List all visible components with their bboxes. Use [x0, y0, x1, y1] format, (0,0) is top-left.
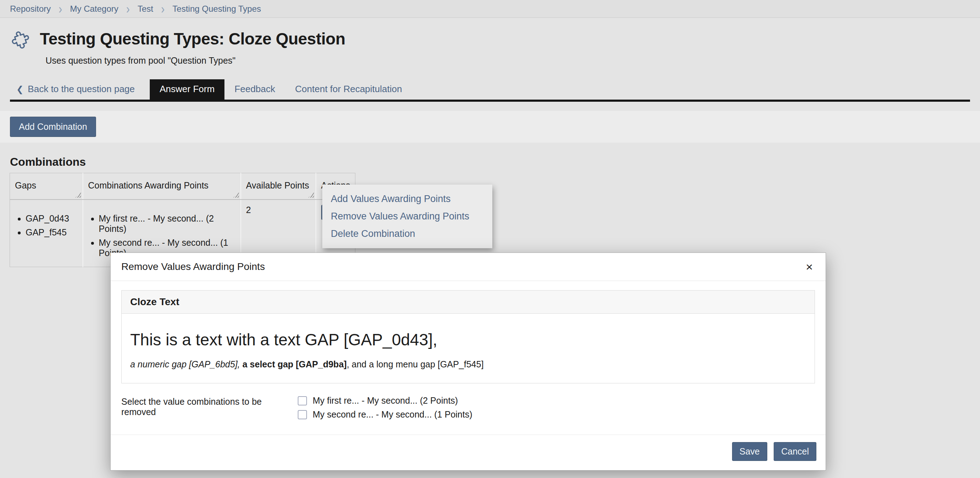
breadcrumb: Repository › My Category › Test › Testin…: [0, 0, 980, 18]
menu-item-remove-values-awarding-points[interactable]: Remove Values Awarding Points: [322, 208, 492, 225]
column-header-gaps[interactable]: Gaps: [10, 173, 83, 200]
column-header-label: Combinations Awarding Points: [88, 180, 209, 190]
checkbox-label: My second re... - My second... (1 Points…: [313, 409, 473, 420]
modal-footer: Save Cancel: [111, 435, 826, 470]
tab-content-for-recapitulation[interactable]: Content for Recapitulation: [285, 79, 412, 100]
breadcrumb-item-repository[interactable]: Repository: [10, 4, 51, 14]
modal-header: Remove Values Awarding Points ×: [111, 253, 826, 281]
value-combination-option-2[interactable]: My second re... - My second... (1 Points…: [298, 409, 473, 420]
checkbox-label: My first re... - My second... (2 Points): [313, 395, 458, 406]
page-header: Testing Questing Types: Cloze Question U…: [0, 18, 980, 66]
breadcrumb-item-test[interactable]: Test: [138, 4, 153, 14]
close-icon[interactable]: ×: [803, 261, 815, 273]
combination-item: My first re... - My second... (2 Points): [99, 213, 235, 234]
actions-dropdown-menu: Add Values Awarding Points Remove Values…: [322, 184, 492, 248]
tab-feedback[interactable]: Feedback: [224, 79, 285, 100]
column-header-label: Available Points: [246, 180, 309, 190]
column-resize-handle-icon[interactable]: [309, 192, 314, 198]
combinations-heading: Combinations: [10, 156, 980, 168]
menu-item-add-values-awarding-points[interactable]: Add Values Awarding Points: [322, 190, 492, 208]
cloze-segment-bold: a select gap [GAP_d9ba]: [242, 359, 347, 369]
breadcrumb-item-my-category[interactable]: My Category: [70, 4, 118, 14]
page-subtitle: Uses question types from pool "Question …: [46, 56, 970, 66]
save-button[interactable]: Save: [732, 442, 767, 461]
cloze-text-line2: a numeric gap [GAP_6bd5], a select gap […: [130, 359, 806, 370]
table-header-row: Gaps Combinations Awarding Points Availa…: [10, 173, 355, 200]
gap-item: GAP_0d43: [25, 213, 78, 224]
modal-title: Remove Values Awarding Points: [121, 261, 265, 272]
add-combination-button[interactable]: Add Combination: [10, 117, 96, 137]
column-header-available-points[interactable]: Available Points: [241, 173, 316, 200]
modal-body: Cloze Text This is a text with a text GA…: [111, 281, 826, 420]
cell-gaps: GAP_0d43 GAP_f545: [10, 200, 83, 267]
column-resize-handle-icon[interactable]: [233, 192, 239, 198]
cloze-text-panel: Cloze Text This is a text with a text GA…: [121, 290, 815, 383]
tab-answer-form[interactable]: Answer Form: [150, 79, 225, 100]
chevron-right-icon: ›: [161, 2, 165, 16]
chevron-right-icon: ›: [59, 2, 62, 16]
chevron-right-icon: ›: [126, 2, 130, 16]
value-combination-checkbox-2[interactable]: [298, 410, 307, 419]
cloze-segment-italic: a numeric gap [GAP_6bd5],: [130, 359, 242, 369]
puzzle-icon: [10, 27, 33, 51]
column-header-label: Gaps: [15, 180, 36, 190]
column-resize-handle-icon[interactable]: [75, 192, 81, 198]
back-link-label: Back to the question page: [28, 84, 135, 95]
tab-bar: ❮ Back to the question page Answer Form …: [10, 79, 970, 102]
form-label: Select the value combinations to be remo…: [121, 395, 298, 420]
remove-values-modal: Remove Values Awarding Points × Cloze Te…: [110, 252, 826, 470]
remove-values-form: Select the value combinations to be remo…: [121, 395, 815, 420]
column-header-combinations-awarding-points[interactable]: Combinations Awarding Points: [83, 173, 241, 200]
page-title: Testing Questing Types: Cloze Question: [40, 29, 345, 48]
value-combination-checkbox-1[interactable]: [298, 396, 307, 405]
back-to-question-page-link[interactable]: ❮ Back to the question page: [10, 79, 135, 100]
chevron-left-icon: ❮: [16, 84, 24, 94]
cloze-segment-rest: , and a long menu gap [GAP_f545]: [347, 359, 484, 369]
menu-item-delete-combination[interactable]: Delete Combination: [322, 225, 492, 243]
toolbar: Add Combination: [0, 111, 980, 143]
value-combination-option-1[interactable]: My first re... - My second... (2 Points): [298, 395, 473, 406]
cloze-text-line1: This is a text with a text GAP [GAP_0d43…: [130, 330, 806, 349]
cloze-text-heading: Cloze Text: [122, 291, 815, 314]
cancel-button[interactable]: Cancel: [774, 442, 816, 461]
breadcrumb-item-current[interactable]: Testing Questing Types: [172, 4, 261, 14]
cloze-text-body: This is a text with a text GAP [GAP_0d43…: [122, 314, 815, 383]
gap-item: GAP_f545: [25, 227, 78, 238]
